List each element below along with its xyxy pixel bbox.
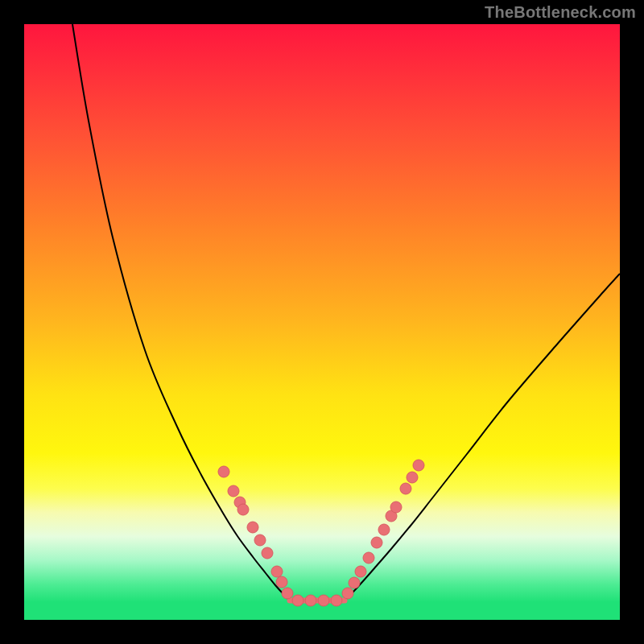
plot-area — [24, 24, 620, 620]
chart-svg — [24, 24, 620, 620]
data-point — [413, 460, 424, 471]
curve-left — [72, 24, 290, 601]
data-point — [282, 588, 293, 599]
data-point — [349, 577, 360, 588]
data-point — [254, 535, 266, 546]
data-point — [342, 588, 353, 599]
data-point — [218, 466, 229, 477]
data-point — [271, 566, 283, 577]
watermark-text: TheBottleneck.com — [485, 3, 636, 22]
data-point — [305, 595, 316, 606]
data-point — [363, 552, 374, 564]
data-point — [355, 566, 366, 577]
data-points — [218, 460, 424, 606]
data-point — [237, 504, 249, 515]
data-point — [228, 485, 239, 497]
data-point — [262, 547, 273, 559]
data-point — [400, 483, 411, 494]
data-point — [331, 595, 342, 606]
data-point — [371, 537, 382, 548]
chart-frame: TheBottleneck.com — [0, 0, 644, 644]
data-point — [407, 472, 418, 483]
data-point — [378, 524, 390, 535]
data-point — [318, 595, 329, 606]
curve-right — [345, 274, 620, 601]
data-point — [247, 522, 258, 533]
data-point — [292, 595, 303, 606]
data-point — [276, 576, 287, 588]
data-point — [390, 502, 402, 513]
